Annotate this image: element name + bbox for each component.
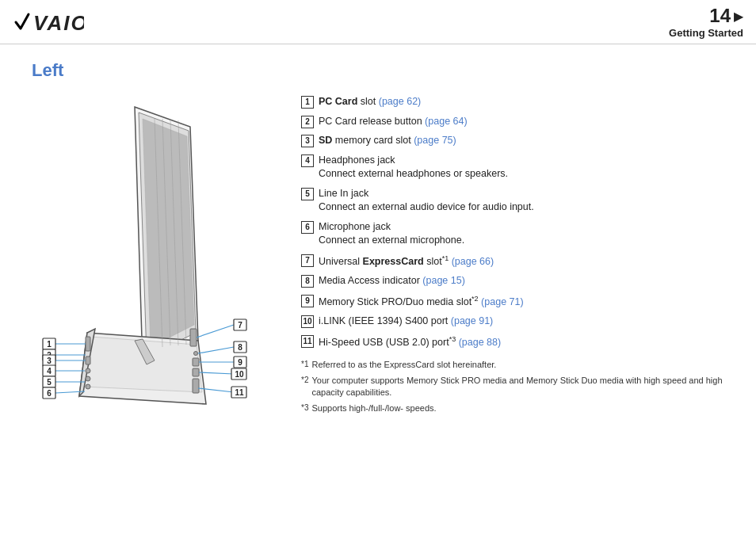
main-content: Left xyxy=(0,44,756,534)
list-item: 2 PC Card release button (page 64) xyxy=(301,115,732,129)
page-heading: Left xyxy=(32,60,732,81)
list-item: 5 Line In jack Connect an external audio… xyxy=(301,187,732,215)
svg-text:7: 7 xyxy=(238,321,242,330)
list-item: 3 SD memory card slot (page 75) xyxy=(301,134,732,148)
footnote-3: *3 Supports high-/full-/low- speeds. xyxy=(301,402,732,414)
content-area: 1 2 3 4 5 6 xyxy=(32,95,732,526)
list-item: 1 PC Card slot (page 62) xyxy=(301,95,732,109)
list-item: 9 Memory Stick PRO/Duo media slot*2 (pag… xyxy=(301,294,732,310)
svg-rect-6 xyxy=(190,329,197,346)
item-number-10: 10 xyxy=(301,315,314,328)
list-item: 10 i.LINK (IEEE 1394) S400 port (page 91… xyxy=(301,315,732,329)
footnotes: *1 Referred to as the ExpressCard slot h… xyxy=(301,356,732,414)
svg-rect-1 xyxy=(86,337,90,351)
svg-text:1: 1 xyxy=(47,340,52,349)
item-number-7: 7 xyxy=(301,254,314,267)
svg-line-33 xyxy=(197,325,234,338)
svg-text:10: 10 xyxy=(235,370,244,379)
svg-line-42 xyxy=(199,372,234,374)
item-number-8: 8 xyxy=(301,275,314,288)
svg-rect-10 xyxy=(193,379,199,393)
svg-text:6: 6 xyxy=(47,389,52,398)
arrow-icon: ▶ xyxy=(734,9,743,24)
page-number: 14 xyxy=(709,5,731,27)
svg-text:11: 11 xyxy=(235,388,244,397)
svg-text:VAIO: VAIO xyxy=(33,11,84,35)
svg-text:9: 9 xyxy=(238,358,242,367)
svg-text:8: 8 xyxy=(238,343,242,352)
logo-area: VAIO xyxy=(13,8,84,36)
footnote-1: *1 Referred to as the ExpressCard slot h… xyxy=(301,359,732,371)
item-number-6: 6 xyxy=(301,221,314,234)
list-item: 11 Hi-Speed USB (USB 2.0) port*3 (page 8… xyxy=(301,334,732,350)
item-number-4: 4 xyxy=(301,154,314,167)
svg-point-7 xyxy=(194,352,198,356)
svg-text:3: 3 xyxy=(47,357,52,365)
list-item: 6 Microphone jack Connect an external mi… xyxy=(301,220,732,248)
diagram-area: 1 2 3 4 5 6 xyxy=(32,95,285,526)
svg-rect-2 xyxy=(86,357,90,364)
item-number-3: 3 xyxy=(301,135,314,147)
descriptions: 1 PC Card slot (page 62) 2 PC Card relea… xyxy=(285,95,732,526)
item-number-1: 1 xyxy=(301,96,314,109)
item-number-11: 11 xyxy=(301,335,314,348)
page-header: VAIO 14 ▶ Getting Started xyxy=(0,0,756,44)
svg-point-4 xyxy=(86,376,90,381)
item-number-5: 5 xyxy=(301,188,314,200)
list-item: 4 Headphones jack Connect external headp… xyxy=(301,154,732,181)
item-number-2: 2 xyxy=(301,116,314,128)
vaio-logo: VAIO xyxy=(13,8,84,36)
item-number-9: 9 xyxy=(301,295,314,307)
header-right: 14 ▶ Getting Started xyxy=(669,5,743,39)
svg-text:4: 4 xyxy=(47,367,52,376)
svg-point-3 xyxy=(86,368,90,373)
svg-point-5 xyxy=(86,384,90,389)
svg-rect-9 xyxy=(193,368,199,376)
footnote-2: *2 Your computer supports Memory Stick P… xyxy=(301,375,732,399)
list-item: 8 Media Access indicator (page 15) xyxy=(301,274,732,288)
svg-rect-8 xyxy=(193,358,199,366)
svg-line-36 xyxy=(198,347,234,353)
section-title: Getting Started xyxy=(669,27,743,39)
list-item: 7 Universal ExpressCard slot*1 (page 66) xyxy=(301,254,732,269)
svg-text:5: 5 xyxy=(47,378,52,387)
laptop-diagram: 1 2 3 4 5 6 xyxy=(32,95,262,436)
